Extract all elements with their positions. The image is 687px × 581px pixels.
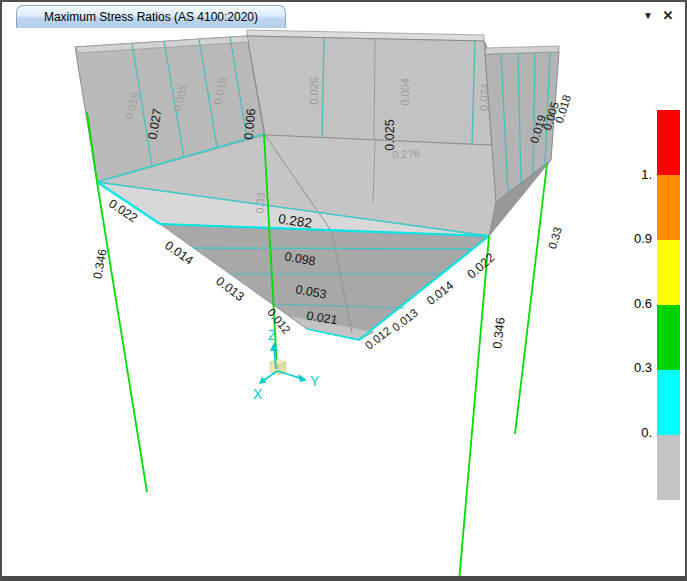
stress-ratio-label: 0.006 xyxy=(242,108,259,140)
stress-ratio-label: 0.004 xyxy=(399,78,411,106)
stress-ratio-label: 0.346 xyxy=(90,248,109,280)
stress-ratio-label: 0.276 xyxy=(392,147,420,160)
window-bottom-splitter[interactable] xyxy=(2,576,685,581)
x-axis-label: X xyxy=(253,386,263,402)
stress-ratio-label: 0.024 xyxy=(478,83,491,111)
y-axis-label: Y xyxy=(310,373,320,389)
3d-viewport[interactable]: X Y Z 0.0190.0270.0050.0180.0060.0260.00… xyxy=(2,2,687,581)
y-axis-arrowhead xyxy=(298,374,307,382)
stress-ratio-label: 0.022 xyxy=(465,250,498,281)
stress-ratio-label: 0.025 xyxy=(383,119,397,150)
z-axis-arrowhead xyxy=(270,342,278,351)
stress-ratio-label: 0.026 xyxy=(308,77,320,105)
y-axis-line xyxy=(277,371,300,378)
stress-ratio-label: 0.33 xyxy=(546,226,564,251)
stress-ratio-label: 0.346 xyxy=(490,317,507,350)
x-axis-line xyxy=(263,371,277,381)
stress-ratio-label: 0.33 xyxy=(253,192,267,214)
z-axis-label: Z xyxy=(268,327,277,343)
axis-triad: X Y Z xyxy=(253,327,320,402)
leg-back-right xyxy=(515,164,547,434)
leg-front-right xyxy=(459,236,489,581)
results-window: Maximum Stress Ratios (AS 4100:2020) ▼ ✕ xyxy=(0,0,687,581)
